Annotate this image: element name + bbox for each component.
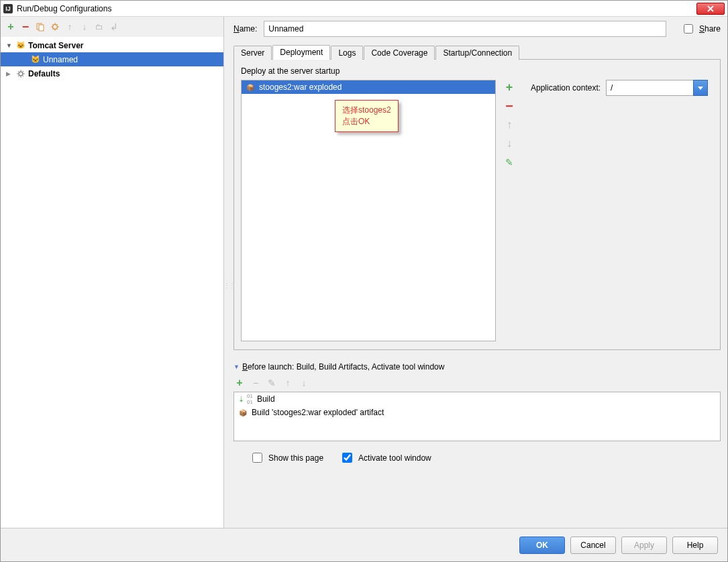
show-this-page-checkbox[interactable] — [252, 453, 262, 463]
collapse-icon[interactable]: ↲ — [108, 21, 120, 33]
share-label: Share — [699, 24, 721, 34]
config-editor-pane: Name: Share Server Deployment Logs Code … — [224, 17, 727, 528]
tab-deployment[interactable]: Deployment — [272, 45, 330, 60]
tree-item-defaults[interactable]: ▶ Defaults — [1, 66, 223, 80]
list-item[interactable]: 0101 Build — [234, 392, 720, 406]
config-tree: ▼ Tomcat Server Unnamed ▶ Defaults — [1, 37, 223, 528]
list-item[interactable]: Build 'stooges2:war exploded' artifact — [234, 406, 720, 419]
tree-item-unnamed[interactable]: Unnamed — [1, 52, 223, 66]
deploy-startup-label: Deploy at the server startup — [241, 66, 713, 76]
deploy-item[interactable]: stooges2:war exploded — [242, 80, 495, 94]
app-context-dropdown-icon[interactable] — [693, 80, 708, 96]
task-label: Build — [257, 394, 275, 404]
tree-label: Unnamed — [43, 55, 78, 64]
tree-toolbar: + − ↑ ↓ 🗀 ↲ — [1, 17, 223, 37]
move-down-icon[interactable]: ↓ — [298, 377, 310, 389]
chevron-right-icon[interactable]: ▶ — [6, 70, 13, 77]
svg-rect-1 — [39, 25, 44, 31]
deployment-panel: Deploy at the server startup stooges2:wa… — [233, 60, 721, 350]
titlebar: IJ Run/Debug Configurations — [1, 1, 727, 17]
artifact-icon — [246, 82, 255, 92]
window-title: Run/Debug Configurations — [17, 4, 111, 13]
activate-tool-window-checkbox[interactable] — [342, 453, 352, 463]
tab-server[interactable]: Server — [233, 46, 272, 60]
gear-icon — [15, 68, 25, 78]
build-icon — [238, 394, 244, 404]
edit-artifact-icon[interactable]: ✎ — [503, 156, 515, 168]
ok-button[interactable]: OK — [519, 537, 565, 554]
tomcat-icon — [30, 54, 40, 64]
help-button[interactable]: Help — [672, 537, 718, 554]
annotation-line: 选择stooges2 — [342, 105, 391, 116]
tab-startup-connection[interactable]: Startup/Connection — [435, 46, 519, 60]
before-launch-list[interactable]: 0101 Build Build 'stooges2:war exploded'… — [233, 392, 721, 441]
before-launch-section: ▼ Before launch: Build, Build Artifacts,… — [233, 362, 721, 465]
svg-point-3 — [19, 72, 23, 76]
tab-bar: Server Deployment Logs Code Coverage Sta… — [233, 44, 721, 60]
dialog-window: IJ Run/Debug Configurations + − ↑ — [0, 0, 728, 562]
deploy-item-label: stooges2:war exploded — [259, 82, 342, 92]
configurations-tree-pane: + − ↑ ↓ 🗀 ↲ ▼ — [1, 17, 224, 528]
add-task-icon[interactable]: + — [233, 377, 246, 389]
tomcat-icon — [15, 40, 25, 50]
annotation-line: 点击OK — [342, 116, 391, 127]
add-config-icon[interactable]: + — [5, 21, 17, 33]
remove-config-icon[interactable]: − — [19, 21, 32, 33]
chevron-down-icon[interactable]: ▼ — [6, 42, 13, 49]
remove-task-icon[interactable]: − — [250, 377, 262, 389]
task-label: Build 'stooges2:war exploded' artifact — [252, 408, 384, 417]
close-button[interactable] — [696, 3, 725, 15]
move-down-icon[interactable]: ↓ — [503, 137, 515, 150]
name-input[interactable] — [264, 21, 666, 37]
move-up-icon[interactable]: ↑ — [64, 21, 76, 33]
tree-label: Tomcat Server — [28, 41, 83, 50]
tab-logs[interactable]: Logs — [331, 46, 363, 60]
artifact-icon — [238, 408, 248, 417]
move-down-icon[interactable]: ↓ — [79, 21, 91, 33]
svg-point-2 — [53, 25, 58, 30]
name-label: Name: — [233, 24, 257, 34]
apply-button[interactable]: Apply — [621, 537, 667, 554]
tree-item-tomcat-server[interactable]: ▼ Tomcat Server — [1, 38, 223, 52]
share-checkbox[interactable] — [684, 24, 693, 34]
folder-icon[interactable]: 🗀 — [93, 21, 105, 33]
move-up-icon[interactable]: ↑ — [503, 119, 515, 131]
deploy-toolbar: + − ↑ ↓ ✎ — [501, 80, 517, 168]
before-launch-toolbar: + − ✎ ↑ ↓ — [233, 376, 721, 392]
chevron-down-icon[interactable]: ▼ — [233, 363, 240, 370]
dialog-footer: OK Cancel Apply Help — [1, 528, 727, 561]
tab-code-coverage[interactable]: Code Coverage — [364, 46, 435, 60]
tree-label: Defaults — [28, 69, 60, 78]
app-icon: IJ — [3, 4, 13, 13]
activate-tool-window-label: Activate tool window — [358, 453, 431, 463]
add-artifact-icon[interactable]: + — [503, 81, 515, 93]
show-this-page-label: Show this page — [268, 453, 323, 463]
cancel-button[interactable]: Cancel — [570, 537, 616, 554]
remove-artifact-icon[interactable]: − — [503, 100, 515, 112]
annotation-callout: 选择stooges2 点击OK — [335, 100, 399, 132]
app-context-input[interactable] — [606, 80, 693, 96]
copy-config-icon[interactable] — [34, 21, 46, 33]
move-up-icon[interactable]: ↑ — [282, 377, 294, 389]
edit-task-icon[interactable]: ✎ — [266, 377, 278, 389]
app-context-label: Application context: — [531, 83, 601, 93]
before-launch-label: Before launch: Build, Build Artifacts, A… — [242, 362, 445, 372]
settings-icon[interactable] — [49, 21, 61, 33]
